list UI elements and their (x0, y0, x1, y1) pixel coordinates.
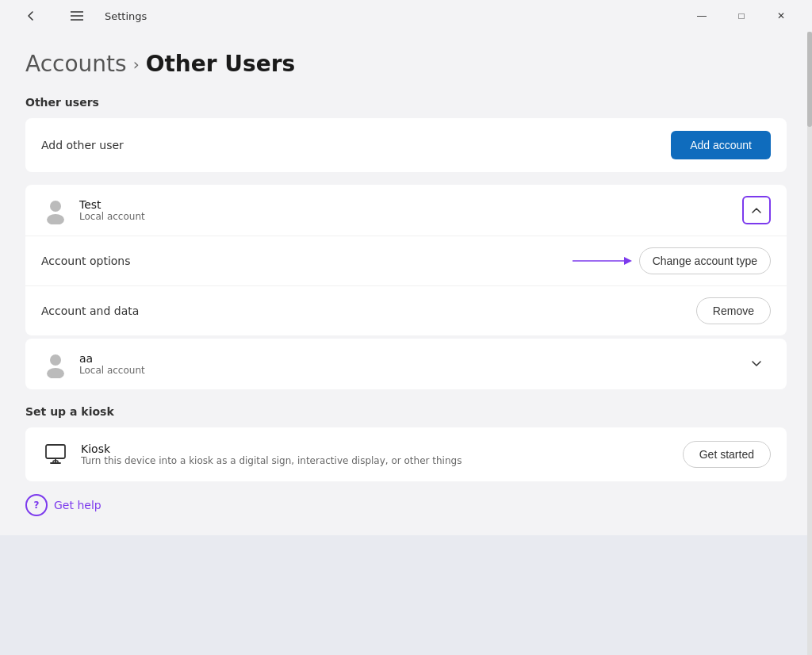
breadcrumb-current: Other Users (146, 51, 296, 77)
user-aa-details: aa Local account (79, 352, 145, 376)
add-user-card: Add other user Add account (25, 118, 787, 172)
close-button[interactable]: ✕ (763, 3, 799, 29)
back-button[interactable] (13, 3, 49, 29)
breadcrumb-parent[interactable]: Accounts (25, 51, 127, 77)
user-aa-type: Local account (79, 365, 145, 376)
svg-point-4 (50, 354, 61, 366)
kiosk-icon (41, 440, 70, 469)
change-account-type-button[interactable]: Change account type (639, 247, 771, 274)
kiosk-title: Kiosk (81, 442, 462, 455)
other-users-title: Other users (25, 96, 787, 109)
user-test-options: Account options Change account type Acco… (25, 236, 787, 335)
account-options-label: Account options (41, 255, 131, 267)
user-aa-avatar (41, 350, 70, 378)
kiosk-info: Kiosk Turn this device into a kiosk as a… (41, 440, 462, 469)
svg-marker-3 (624, 257, 632, 265)
user-test-collapse-button[interactable] (742, 196, 771, 224)
breadcrumb-separator: › (133, 55, 140, 74)
user-test-type: Local account (79, 211, 145, 222)
minimize-button[interactable]: — (684, 3, 720, 29)
menu-button[interactable] (59, 3, 95, 29)
user-test-header: Test Local account (25, 185, 787, 236)
breadcrumb: Accounts › Other Users (25, 51, 787, 77)
user-aa-name: aa (79, 352, 145, 365)
kiosk-text: Kiosk Turn this device into a kiosk as a… (81, 442, 462, 466)
remove-account-button[interactable]: Remove (696, 297, 771, 324)
other-users-section: Other users Add other user Add account (25, 96, 787, 172)
get-help-link[interactable]: Get help (54, 499, 102, 511)
kiosk-card: Kiosk Turn this device into a kiosk as a… (25, 427, 787, 481)
add-user-label: Add other user (41, 139, 124, 151)
scrollbar-thumb[interactable] (807, 32, 812, 127)
svg-point-5 (47, 368, 64, 378)
user-aa-info: aa Local account (41, 350, 145, 378)
user-test-avatar (41, 196, 70, 224)
title-bar: Settings — □ ✕ (0, 0, 812, 32)
kiosk-description: Turn this device into a kiosk as a digit… (81, 455, 462, 466)
app-title: Settings (105, 10, 147, 22)
account-options-row: Account options Change account type (25, 236, 787, 286)
kiosk-section-title: Set up a kiosk (25, 405, 787, 418)
get-help-section: ? Get help (25, 494, 787, 516)
svg-rect-6 (46, 445, 65, 458)
add-account-button[interactable]: Add account (671, 131, 771, 159)
change-account-annotation: Change account type (573, 247, 771, 274)
user-item-test: Test Local account Account options (25, 185, 787, 335)
window-controls: — □ ✕ (684, 3, 799, 29)
user-aa-header: aa Local account (25, 339, 787, 389)
account-data-row: Account and data Remove (25, 286, 787, 335)
user-test-details: Test Local account (79, 198, 145, 222)
user-aa-expand-button[interactable] (742, 350, 771, 378)
get-started-button[interactable]: Get started (683, 441, 771, 468)
svg-point-0 (50, 201, 61, 212)
scrollbar-track (807, 32, 812, 655)
user-test-name: Test (79, 198, 145, 211)
main-content: Accounts › Other Users Other users Add o… (0, 32, 812, 535)
user-item-aa: aa Local account (25, 339, 787, 389)
maximize-button[interactable]: □ (723, 3, 760, 29)
kiosk-section: Set up a kiosk Kiosk (25, 405, 787, 481)
account-data-label: Account and data (41, 305, 139, 317)
user-test-info: Test Local account (41, 196, 145, 224)
svg-point-1 (47, 214, 64, 224)
get-help-icon: ? (25, 494, 48, 516)
